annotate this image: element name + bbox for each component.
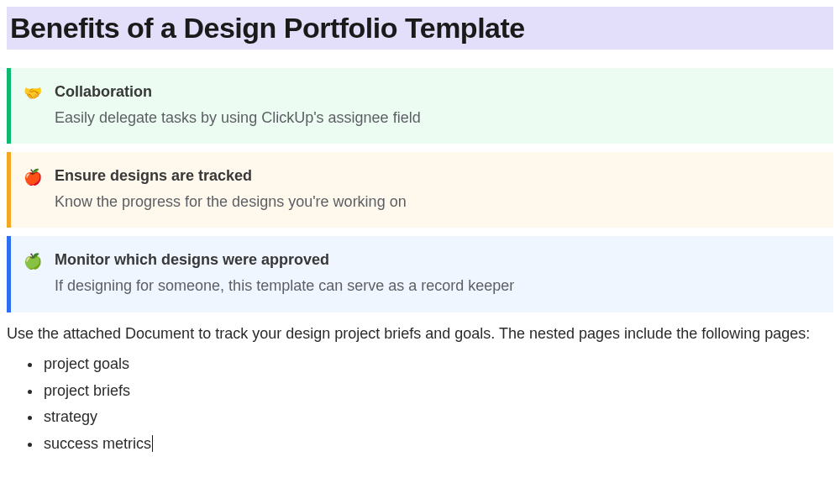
callout-body: Monitor which designs were approved If d… bbox=[55, 251, 816, 297]
callout-title[interactable]: Monitor which designs were approved bbox=[55, 251, 816, 269]
callout-body: Ensure designs are tracked Know the prog… bbox=[55, 167, 816, 213]
page-title-bar: Benefits of a Design Portfolio Template bbox=[7, 7, 833, 50]
list-item[interactable]: success metrics bbox=[42, 431, 833, 458]
callout-desc[interactable]: If designing for someone, this template … bbox=[55, 276, 816, 297]
callout-body: Collaboration Easily delegate tasks by u… bbox=[55, 83, 816, 129]
list-item[interactable]: project briefs bbox=[42, 378, 833, 405]
pages-list[interactable]: project goals project briefs strategy su… bbox=[7, 351, 833, 457]
callout-tracked[interactable]: 🍎 Ensure designs are tracked Know the pr… bbox=[7, 152, 833, 228]
handshake-icon: 🤝 bbox=[11, 83, 55, 102]
intro-paragraph[interactable]: Use the attached Document to track your … bbox=[7, 321, 833, 347]
callout-desc[interactable]: Easily delegate tasks by using ClickUp's… bbox=[55, 108, 816, 129]
callout-collaboration[interactable]: 🤝 Collaboration Easily delegate tasks by… bbox=[7, 68, 833, 144]
callout-title[interactable]: Collaboration bbox=[55, 83, 816, 101]
list-item[interactable]: project goals bbox=[42, 351, 833, 378]
callout-approved[interactable]: 🍏 Monitor which designs were approved If… bbox=[7, 236, 833, 312]
green-apple-icon: 🍏 bbox=[11, 251, 55, 270]
page-title[interactable]: Benefits of a Design Portfolio Template bbox=[10, 12, 830, 45]
red-apple-icon: 🍎 bbox=[11, 167, 55, 186]
list-item[interactable]: strategy bbox=[42, 404, 833, 431]
callout-title[interactable]: Ensure designs are tracked bbox=[55, 167, 816, 185]
callout-desc[interactable]: Know the progress for the designs you're… bbox=[55, 192, 816, 213]
